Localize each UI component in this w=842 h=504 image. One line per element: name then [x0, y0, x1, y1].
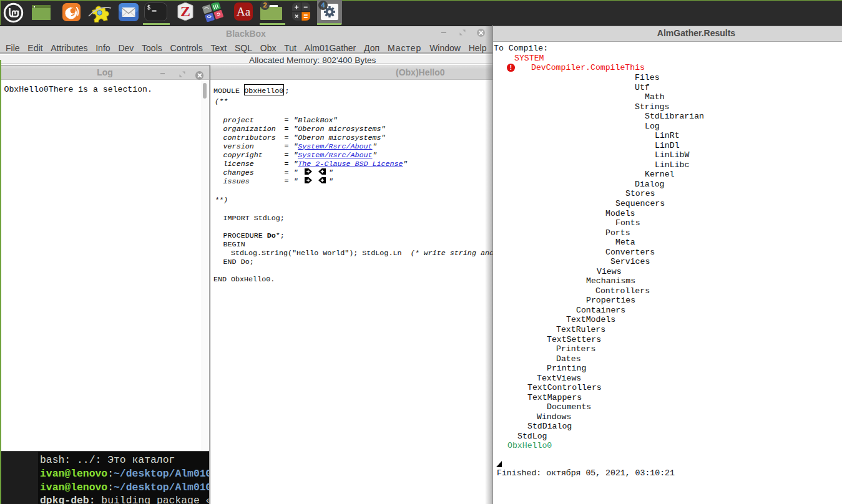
svg-text:Aa: Aa	[237, 5, 251, 18]
svg-text:Z: Z	[180, 3, 190, 19]
